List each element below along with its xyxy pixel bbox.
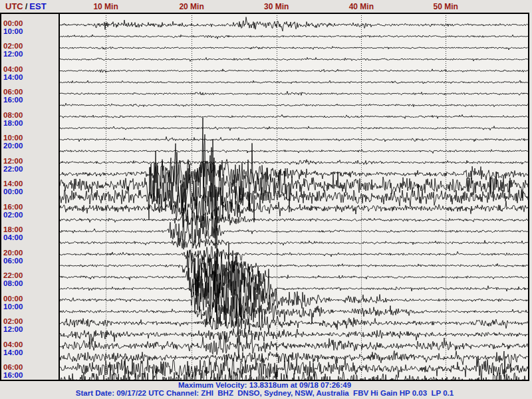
- est-label: EST: [29, 1, 46, 11]
- seismogram-trace-row: [60, 126, 528, 131]
- seismograph-viewer: UTC/EST 10 Min20 Min30 Min40 Min50 Min 0…: [0, 0, 532, 399]
- time-label-est: 10:00: [3, 303, 57, 311]
- seismogram-trace-row: [60, 250, 528, 291]
- axis-tick-label: 50 Min: [434, 2, 458, 11]
- time-label-pair: 12:0022:00: [3, 157, 57, 173]
- time-label-utc: 10:00: [3, 134, 57, 142]
- time-label-utc: 06:00: [3, 363, 57, 371]
- timezone-separator: /: [23, 1, 30, 11]
- time-label-utc: 00:00: [3, 19, 57, 27]
- time-label-est: 12:00: [3, 325, 57, 333]
- time-label-est: 20:00: [3, 142, 57, 150]
- time-label-est: 04:00: [3, 233, 57, 241]
- seismogram-trace-row: [60, 243, 528, 327]
- seismogram-trace-row: [60, 197, 528, 249]
- seismogram-trace-row: [60, 69, 528, 72]
- utc-label: UTC: [5, 1, 23, 11]
- time-label-est: 08:00: [3, 279, 57, 287]
- seismogram-trace-row: [60, 103, 528, 106]
- time-label-est: 18:00: [3, 119, 57, 127]
- timezone-label: UTC/EST: [5, 1, 47, 11]
- time-label-utc: 02:00: [3, 42, 57, 50]
- time-label-utc: 12:00: [3, 157, 57, 165]
- time-label-utc: 00:00: [3, 295, 57, 303]
- time-label-utc: 16:00: [3, 203, 57, 211]
- seismogram-trace-row: [60, 91, 528, 95]
- time-label-utc: 18:00: [3, 225, 57, 233]
- seismogram-trace-row: [60, 238, 528, 249]
- axis-tick-label: 20 Min: [179, 2, 203, 11]
- station-info-status: Start Date: 09/17/22 UTC Channel: ZHI BH…: [0, 389, 529, 397]
- time-label-pair: 06:0016:00: [3, 88, 57, 104]
- axis-tick-label: 10 Min: [93, 2, 118, 11]
- time-label-pair: 00:0010:00: [3, 19, 57, 35]
- time-label-utc: 06:00: [3, 88, 57, 96]
- time-label-pair: 08:0018:00: [3, 111, 57, 127]
- seismogram-trace-row: [60, 47, 528, 50]
- time-label-est: 22:00: [3, 165, 57, 173]
- time-label-pair: 00:0010:00: [3, 295, 57, 311]
- seismogram-trace-row: [60, 118, 528, 254]
- time-label-est: 14:00: [3, 73, 57, 81]
- gutter-divider: [59, 13, 60, 381]
- time-label-utc: 22:00: [3, 271, 57, 279]
- time-label-utc: 04:00: [3, 340, 57, 348]
- seismogram-trace-row: [60, 80, 528, 84]
- time-label-pair: 16:0002:00: [3, 203, 57, 219]
- time-label-est: 00:00: [3, 188, 57, 196]
- seismogram-trace-row: [60, 329, 528, 344]
- time-label-est: 06:00: [3, 257, 57, 265]
- seismogram-trace-row: [60, 17, 528, 31]
- time-label-pair: 22:0008:00: [3, 271, 57, 287]
- time-label-est: 14:00: [3, 348, 57, 356]
- time-label-pair: 04:0014:00: [3, 65, 57, 81]
- time-label-utc: 08:00: [3, 111, 57, 119]
- seismogram-trace-row: [60, 209, 528, 232]
- seismogram-trace-row: [60, 57, 528, 61]
- seismogram-trace-row: [60, 150, 528, 154]
- time-label-utc: 04:00: [3, 65, 57, 73]
- seismogram-trace-row: [60, 246, 528, 263]
- time-label-pair: 20:0006:00: [3, 249, 57, 265]
- time-label-utc: 14:00: [3, 180, 57, 188]
- seismogram-trace-row: [60, 137, 528, 142]
- time-label-est: 10:00: [3, 27, 57, 35]
- time-label-utc: 02:00: [3, 317, 57, 325]
- max-velocity-status: Maximum Velocity: 13.8318um at 09/18 07:…: [0, 381, 529, 389]
- time-label-utc: 20:00: [3, 249, 57, 257]
- time-label-est: 12:00: [3, 50, 57, 58]
- time-label-pair: 14:0000:00: [3, 180, 57, 196]
- seismogram-trace-row: [60, 251, 528, 329]
- time-label-est: 16:00: [3, 96, 57, 104]
- time-label-pair: 02:0012:00: [3, 317, 57, 333]
- time-label-pair: 10:0020:00: [3, 134, 57, 150]
- seismogram-plot: [60, 13, 529, 381]
- seismogram-trace-row: [60, 160, 528, 165]
- seismogram-trace-row: [60, 188, 528, 221]
- seismogram-trace-row: [60, 144, 528, 201]
- axis-tick-label: 30 Min: [264, 2, 289, 11]
- axis-tick-label: 40 Min: [349, 2, 374, 11]
- time-label-est: 02:00: [3, 211, 57, 219]
- seismogram-trace-row: [60, 114, 528, 118]
- time-label-est: 16:00: [3, 371, 57, 379]
- time-label-pair: 06:0016:00: [3, 363, 57, 379]
- seismogram-trace-row: [60, 35, 528, 39]
- time-label-pair: 02:0012:00: [3, 42, 57, 58]
- time-label-pair: 18:0004:00: [3, 225, 57, 241]
- time-label-pair: 04:0014:00: [3, 340, 57, 356]
